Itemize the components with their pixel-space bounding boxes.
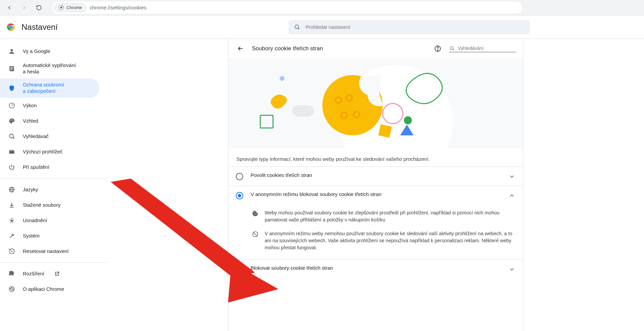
sidebar-item-label: Výkon [23,103,37,109]
svg-point-26 [450,47,453,50]
svg-point-6 [295,25,299,28]
settings-search-input[interactable] [305,24,525,30]
sidebar-item-label: Automatické vyplňování a hesla [23,62,76,75]
radio-block-incognito[interactable]: V anonymním režimu blokovat soubory cook… [228,186,523,205]
cookie-icon [252,210,259,217]
sidebar-item-search-engine[interactable]: Vyhledávač [0,129,99,144]
open-in-new-icon [54,271,60,276]
radio-label: V anonymním režimu blokovat soubory cook… [251,191,501,197]
inpage-search-input[interactable] [457,45,507,51]
sidebar-item-label: Usnadnění [23,217,47,224]
sidebar-item-label: Systém [23,233,40,239]
shield-icon [8,84,15,92]
detail-text: V anonymním režimu weby nemohou používat… [265,230,515,251]
help-button[interactable] [432,43,443,54]
inpage-search[interactable] [449,45,516,52]
sidebar-item-appearance[interactable]: Vzhled [0,113,99,129]
detail-text: Weby mohou používat soubory cookie ke zl… [265,209,515,223]
sidebar-item-on-startup[interactable]: Při spuštění [0,159,99,175]
back-browser-button[interactable] [5,3,14,12]
svg-point-37 [404,116,412,124]
sidebar-item-extensions[interactable]: Rozšíření [0,266,99,281]
svg-point-41 [256,214,256,214]
extension-icon [8,270,15,277]
reload-button[interactable] [34,3,44,12]
restore-icon [8,248,15,255]
sidebar-item-performance[interactable]: Výkon [0,98,99,113]
site-chip[interactable]: Chrome [54,3,86,12]
sidebar-item-languages[interactable]: Jazyky [0,182,99,197]
wrench-icon [8,232,15,240]
chevron-down-icon [508,173,516,180]
omnibox[interactable]: Chrome chrome://settings/cookies [52,2,522,14]
download-icon [8,201,15,209]
site-chip-label: Chrome [66,5,82,10]
intro-text: Spravujte typy informací, které mohou we… [228,149,523,167]
sidebar-item-about[interactable]: O aplikaci Chrome [0,281,99,297]
svg-rect-10 [10,68,13,69]
sidebar-item-label: Při spuštění [23,164,49,171]
sidebar-item-label: O aplikaci Chrome [23,286,64,292]
sidebar-divider [0,262,107,263]
sidebar: Vy a Google Automatické vyplňování a hes… [0,39,107,331]
omnibox-url: chrome://settings/cookies [90,5,146,10]
browser-icon [8,148,15,155]
sidebar-item-autofill[interactable]: Automatické vyplňování a hesla [0,59,99,78]
power-icon [8,163,15,171]
svg-rect-19 [9,150,14,151]
block-icon [252,231,259,238]
search-icon [8,133,15,140]
speed-icon [8,102,15,109]
palette-icon [8,117,15,125]
sidebar-item-label: Rozšíření [23,271,44,277]
sidebar-item-system[interactable]: Systém [0,228,99,244]
svg-point-7 [11,49,13,51]
sidebar-divider [0,178,107,179]
settings-header: Nastavení [0,15,644,39]
back-button[interactable] [235,43,246,54]
forward-browser-button[interactable] [19,3,29,12]
svg-rect-9 [10,67,13,68]
radio-block-all[interactable]: Blokovat soubory cookie třetích stran [228,259,523,278]
settings-search[interactable] [288,20,530,34]
globe-icon [8,186,15,193]
detail-row: Weby mohou používat soubory cookie ke zl… [252,206,515,227]
chevron-down-icon [508,266,516,273]
sidebar-item-downloads[interactable]: Stažené soubory [0,197,99,213]
card-header: Soubory cookie třetích stran [228,39,523,58]
sidebar-item-reset[interactable]: Resetovat nastavení [0,244,99,259]
radio-icon [236,192,243,199]
person-icon [8,48,15,55]
option-details: Weby mohou používat soubory cookie ke zl… [228,205,523,259]
svg-point-23 [11,288,13,290]
svg-point-21 [11,218,12,219]
radio-icon [236,173,243,180]
svg-point-17 [9,134,13,138]
section-title: Soubory cookie třetích stran [252,45,323,52]
svg-point-39 [254,212,255,213]
main-content: Soubory cookie třetích stran [107,39,644,331]
radio-allow-cookies[interactable]: Povolit cookies třetích stran [228,167,523,186]
autofill-icon [8,65,15,72]
sidebar-item-label: Stažené soubory [23,202,61,208]
svg-rect-11 [10,70,12,70]
sidebar-item-default-browser[interactable]: Výchozí prohlížeč [0,144,99,159]
sidebar-item-label: Vy a Google [23,48,50,55]
sidebar-item-accessibility[interactable]: Usnadnění [0,213,99,228]
svg-point-14 [11,119,11,120]
sidebar-item-label: Resetovat nastavení [23,248,69,255]
sidebar-item-label: Ochrana soukromí a zabezpečení [23,82,64,94]
browser-toolbar: Chrome chrome://settings/cookies [0,0,644,15]
sidebar-item-you-and-google[interactable]: Vy a Google [0,44,99,59]
chrome-outline-icon [8,285,15,293]
svg-point-25 [437,50,438,50]
sidebar-item-label: Vzhled [23,118,38,124]
sidebar-item-privacy[interactable]: Ochrana soukromí a zabezpečení [0,78,99,98]
svg-rect-30 [260,115,273,128]
chrome-logo-icon [7,23,15,31]
svg-point-15 [12,119,13,120]
accessibility-icon [8,217,15,224]
svg-point-40 [254,214,255,214]
svg-point-5 [10,26,12,28]
chevron-up-icon [508,192,516,199]
